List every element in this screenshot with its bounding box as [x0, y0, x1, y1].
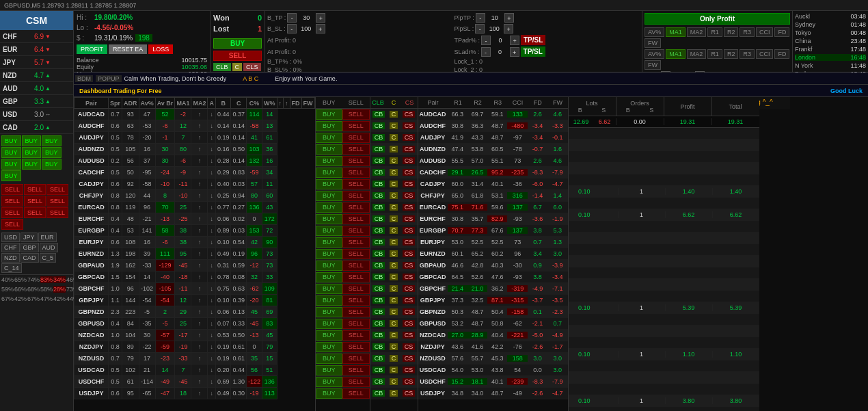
buy-button-eur[interactable]: BUY: [42, 135, 62, 146]
row-buy-button[interactable]: BUY: [316, 295, 343, 306]
row-clb-button[interactable]: CB: [372, 192, 385, 199]
fd-btn2[interactable]: FD: [774, 49, 789, 59]
row-c-button[interactable]: C: [390, 274, 398, 280]
row-sell-button[interactable]: SELL: [342, 202, 370, 213]
row-sell-button[interactable]: SELL: [342, 365, 370, 375]
row-c-button[interactable]: C: [390, 343, 398, 350]
r2-btn[interactable]: R2: [724, 27, 739, 37]
reset-ea-button[interactable]: RESET EA: [109, 44, 147, 54]
row-clb-button[interactable]: CB: [372, 285, 385, 292]
tpadr-plus[interactable]: +: [510, 36, 519, 45]
row-cs-button[interactable]: CS: [403, 285, 416, 292]
sell-button-gbp[interactable]: SELL: [24, 196, 46, 207]
row-sell-button[interactable]: SELL: [342, 226, 370, 236]
row-buy-button[interactable]: BUY: [316, 226, 343, 236]
row-clb-button[interactable]: CB: [372, 367, 385, 373]
row-sell-button[interactable]: SELL: [342, 179, 370, 189]
row-clb-button[interactable]: CB: [372, 250, 385, 257]
fw-btn[interactable]: FW: [645, 38, 661, 48]
row-cs-button[interactable]: CS: [403, 146, 416, 153]
sell-button-chf[interactable]: SELL: [1, 196, 23, 207]
buy-button-jpy[interactable]: BUY: [22, 135, 42, 146]
row-cs-button[interactable]: CS: [403, 239, 416, 246]
row-c-button[interactable]: C: [390, 390, 398, 397]
row-cs-button[interactable]: CS: [403, 181, 416, 187]
row-clb-button[interactable]: CB: [372, 227, 385, 234]
sell-button-nzd[interactable]: SELL: [1, 184, 23, 195]
r1-btn[interactable]: R1: [707, 27, 722, 37]
b-sl-plus[interactable]: +: [316, 24, 325, 34]
row-clb-button[interactable]: CB: [372, 169, 385, 176]
loss-button[interactable]: LOSS: [148, 44, 173, 54]
row-clb-button[interactable]: CB: [372, 274, 385, 280]
sell-button-aud2[interactable]: SELL: [46, 196, 68, 207]
main-buy-button[interactable]: BUY: [213, 38, 262, 49]
row-sell-button[interactable]: SELL: [342, 272, 370, 282]
row-sell-button[interactable]: SELL: [342, 144, 370, 155]
row-buy-button[interactable]: BUY: [316, 179, 343, 189]
fw-btn2[interactable]: FW: [645, 60, 661, 70]
clb-button[interactable]: CLB: [213, 63, 231, 71]
row-clb-button[interactable]: CB: [372, 181, 385, 187]
buy-button-c5[interactable]: BUY: [42, 159, 62, 170]
buy-button-nzd[interactable]: BUY: [1, 159, 21, 170]
row-cs-button[interactable]: CS: [403, 134, 416, 141]
row-clb-button[interactable]: CB: [372, 239, 385, 246]
row-c-button[interactable]: C: [390, 285, 398, 292]
r3-btn2[interactable]: R3: [740, 49, 755, 59]
row-buy-button[interactable]: BUY: [316, 272, 343, 282]
row-sell-button[interactable]: SELL: [342, 156, 370, 166]
row-sell-button[interactable]: SELL: [342, 388, 370, 399]
row-c-button[interactable]: C: [390, 146, 398, 153]
row-buy-button[interactable]: BUY: [316, 237, 343, 248]
tpsl-green-button[interactable]: TP/SL: [521, 47, 545, 57]
row-buy-button[interactable]: BUY: [316, 156, 343, 166]
row-buy-button[interactable]: BUY: [316, 202, 343, 213]
pip-sl-minus[interactable]: -: [475, 24, 485, 34]
row-cs-button[interactable]: CS: [403, 297, 416, 304]
row-cs-button[interactable]: CS: [403, 169, 416, 176]
row-cs-button[interactable]: CS: [403, 367, 416, 373]
av-pct-btn[interactable]: AV%: [645, 27, 664, 37]
row-clb-button[interactable]: CB: [372, 390, 385, 397]
ma2-btn2[interactable]: MA2: [687, 49, 707, 59]
ma2-btn[interactable]: MA2: [687, 27, 707, 37]
av-pct-btn2[interactable]: AV%: [645, 49, 664, 59]
main-sell-button[interactable]: SELL: [213, 51, 262, 61]
r3-btn[interactable]: R3: [740, 27, 755, 37]
cci-btn2[interactable]: CCI: [756, 49, 774, 59]
row-sell-button[interactable]: SELL: [342, 261, 370, 271]
row-c-button[interactable]: C: [390, 367, 398, 373]
b-sl-minus[interactable]: -: [287, 24, 297, 34]
row-clb-button[interactable]: CB: [372, 320, 385, 327]
row-cs-button[interactable]: CS: [403, 308, 416, 315]
row-c-button[interactable]: C: [390, 239, 398, 246]
row-c-button[interactable]: C: [390, 122, 398, 129]
row-buy-button[interactable]: BUY: [316, 284, 343, 294]
row-cs-button[interactable]: CS: [403, 111, 416, 118]
tp-sl-button[interactable]: TP/SL: [521, 35, 545, 45]
row-buy-button[interactable]: BUY: [316, 365, 343, 375]
sell-button-aud[interactable]: SELL: [24, 184, 46, 195]
pip-tp-minus[interactable]: -: [476, 13, 485, 23]
row-cs-button[interactable]: CS: [403, 332, 416, 339]
row-sell-button[interactable]: SELL: [342, 191, 370, 201]
row-c-button[interactable]: C: [390, 227, 398, 234]
buy-button-usd[interactable]: BUY: [1, 135, 21, 146]
buy-button-aud[interactable]: BUY: [42, 147, 62, 158]
right-stats-table[interactable]: Pair R1 R2 R3 CCI FD FW AUDCAD 66.3 69.7…: [418, 97, 568, 411]
row-clb-button[interactable]: CB: [372, 204, 385, 211]
row-c-button[interactable]: C: [390, 215, 398, 222]
row-clb-button[interactable]: CB: [372, 146, 385, 153]
row-buy-button[interactable]: BUY: [316, 354, 343, 364]
row-c-button[interactable]: C: [390, 308, 398, 315]
row-c-button[interactable]: C: [390, 192, 398, 199]
row-buy-button[interactable]: BUY: [316, 121, 343, 131]
row-buy-button[interactable]: BUY: [316, 342, 343, 352]
sell-button-eur[interactable]: SELL: [46, 184, 68, 195]
row-buy-button[interactable]: BUY: [316, 319, 343, 329]
row-buy-button[interactable]: BUY: [316, 388, 343, 399]
row-sell-button[interactable]: SELL: [342, 133, 370, 143]
row-sell-button[interactable]: SELL: [342, 109, 370, 120]
row-buy-button[interactable]: BUY: [316, 330, 343, 341]
